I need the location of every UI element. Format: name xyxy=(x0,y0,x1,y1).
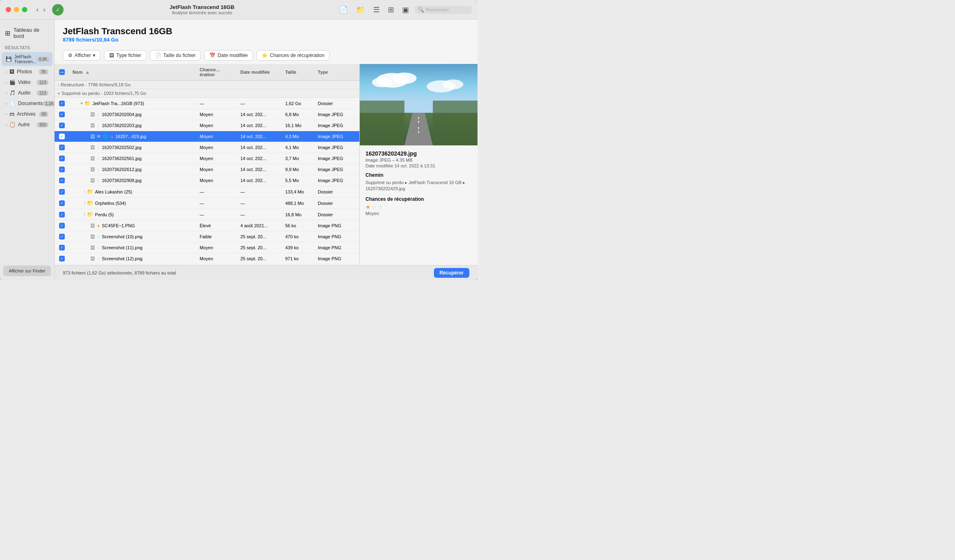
sidebar-item-jetflash[interactable]: 💾 JetFlash Transcen... 8,8K xyxy=(2,52,53,66)
row-check[interactable]: ✓ xyxy=(55,121,69,130)
minimize-button[interactable] xyxy=(14,7,19,12)
checkbox[interactable]: ✓ xyxy=(59,145,65,150)
star-filled-icon[interactable]: ★ xyxy=(97,224,100,228)
taille-button[interactable]: 📄 Taille du fichier xyxy=(150,50,201,61)
row-name-text: 1620736202612.jpg xyxy=(102,167,141,172)
star-icon[interactable]: ☆ xyxy=(97,112,100,117)
group-supprime[interactable]: ▾ Supprimé ou perdu - 1003 fichiers/1,75… xyxy=(55,89,359,98)
finder-button[interactable]: Afficher sur Finder xyxy=(3,266,51,276)
star-icon[interactable]: ☆ xyxy=(97,156,100,161)
group-restructure[interactable]: › Restructuré - 7786 fichiers/9,18 Go xyxy=(55,81,359,89)
star-icon[interactable]: ☆ xyxy=(97,167,100,172)
row-check[interactable]: ✓ xyxy=(55,99,69,108)
sidebar-item-archives[interactable]: › 🗃 Archives 90 xyxy=(2,109,53,119)
checkbox[interactable]: ✓ xyxy=(59,245,65,250)
checkbox[interactable]: ✓ xyxy=(59,156,65,161)
table-row[interactable]: ✓ 🖼 ☆ 1620736202908.jpg Moyen 14 oct. 20… xyxy=(55,175,359,186)
star-icon[interactable]: ☆ xyxy=(97,235,100,239)
header-chance[interactable]: Chance…ération xyxy=(196,66,237,79)
checkbox[interactable]: ✓ xyxy=(59,134,65,139)
row-check[interactable]: ✓ xyxy=(55,143,69,152)
checkbox[interactable]: ✓ xyxy=(59,200,65,206)
sidebar-item-audio[interactable]: › 🎵 Audio 113 xyxy=(2,88,53,98)
close-button[interactable] xyxy=(6,7,11,12)
star-icon[interactable]: ☆ xyxy=(97,246,100,250)
table-row[interactable]: ✓ 🖼 ☆ 1620736202502.jpg Moyen 14 oct. 20… xyxy=(55,142,359,153)
expand-icon[interactable]: ▾ xyxy=(81,101,83,105)
table-row-selected[interactable]: ✓ 🖼 👁 🌐 ☆ 16207...429.jpg Moyen 14 oct. … xyxy=(55,131,359,142)
star-icon[interactable]: ☆ xyxy=(110,134,114,139)
sidebar-dashboard[interactable]: ⊞ Tableau de bord xyxy=(0,24,54,42)
sidebar-item-autre[interactable]: › 📋 Autre 350 xyxy=(2,120,53,130)
header-type[interactable]: Type xyxy=(315,68,359,76)
row-check[interactable]: ✓ xyxy=(55,255,69,263)
table-row[interactable]: ✓ ▾ 📁 JetFlash Tra...16GB (973) — — 1,62… xyxy=(55,98,359,109)
checkbox[interactable]: ✓ xyxy=(59,123,65,128)
afficher-button[interactable]: ⚙ Afficher ▾ xyxy=(63,50,101,61)
star-icon[interactable]: ☆ xyxy=(97,145,100,150)
header-date[interactable]: Date modifiée xyxy=(237,68,282,76)
star-icon[interactable]: ☆ xyxy=(97,123,100,128)
checkbox[interactable]: ✓ xyxy=(59,223,65,228)
eye-icon[interactable]: 👁 xyxy=(97,134,101,139)
row-check[interactable]: ✓ xyxy=(55,165,69,173)
row-check[interactable]: ✓ xyxy=(55,176,69,184)
table-row[interactable]: ✓ › 📁 Perdu (5) — — 16,8 Mo Dossier xyxy=(55,209,359,220)
star-icon[interactable]: ☆ xyxy=(97,257,100,261)
table-row[interactable]: ✓ 🖼 ☆ 1620736202561.jpg Moyen 14 oct. 20… xyxy=(55,153,359,164)
table-row[interactable]: ✓ 🖼 ☆ Screenshot (10).png Faible 25 sept… xyxy=(55,231,359,242)
recover-button[interactable]: Récupérer xyxy=(434,268,469,278)
checkbox[interactable]: ✓ xyxy=(59,234,65,239)
header-name[interactable]: Nom ▲ xyxy=(69,68,196,76)
header-size[interactable]: Taille xyxy=(282,68,315,76)
back-button[interactable]: ‹ xyxy=(34,4,41,15)
table-row[interactable]: ✓ 🖼 ☆ 1620736202203.jpg Moyen 14 oct. 20… xyxy=(55,120,359,131)
group-expand-supprime[interactable]: ▾ xyxy=(58,91,60,96)
row-check[interactable]: ✓ xyxy=(55,222,69,230)
forward-button[interactable]: › xyxy=(41,4,48,15)
grid-view-icon[interactable]: ⊞ xyxy=(385,4,396,16)
row-check[interactable]: ✓ xyxy=(55,188,69,196)
checkbox[interactable]: ✓ xyxy=(59,256,65,261)
sidebar-item-video[interactable]: › 🎬 Vidéo 113 xyxy=(2,77,53,87)
checkbox[interactable]: ✓ xyxy=(59,178,65,183)
select-all-checkbox[interactable]: — xyxy=(59,69,65,75)
table-row[interactable]: ✓ 🖼 ☆ Screenshot (12).png Moyen 25 sept.… xyxy=(55,253,359,264)
group-expand-restructure[interactable]: › xyxy=(58,83,59,87)
sidebar-item-photos[interactable]: › 🖼 Photos 7K xyxy=(2,67,53,77)
chances-button[interactable]: ⭐ Chances de récupération xyxy=(256,50,330,61)
table-row[interactable]: ✓ 🖼 ☆ 1620736202004.jpg Moyen 14 oct. 20… xyxy=(55,109,359,120)
search-bar[interactable]: 🔍 Rechercher xyxy=(415,6,472,14)
row-check[interactable]: ✓ xyxy=(55,132,69,141)
sidebar-item-documents[interactable]: › 📄 Documents 1,1K xyxy=(2,99,53,108)
table-row[interactable]: ✓ 🖼 ☆ Screenshot (11).png Moyen 25 sept.… xyxy=(55,242,359,253)
new-file-icon[interactable]: 📄 xyxy=(337,4,350,16)
row-check[interactable]: ✓ xyxy=(55,244,69,252)
row-check[interactable]: ✓ xyxy=(55,154,69,163)
type-fichier-button[interactable]: 🖼 Type fichier xyxy=(104,50,146,61)
table-row[interactable]: ✓ 🖼 ☆ 1620736202612.jpg Moyen 14 oct. 20… xyxy=(55,164,359,175)
checkbox[interactable]: ✓ xyxy=(59,167,65,172)
row-check[interactable]: ✓ xyxy=(55,199,69,207)
folder-icon[interactable]: 📁 xyxy=(354,4,367,16)
expand-icon[interactable]: › xyxy=(84,189,85,194)
row-check[interactable]: ✓ xyxy=(55,211,69,219)
chances-label: Chances de récupération xyxy=(270,53,324,58)
globe-icon[interactable]: 🌐 xyxy=(103,134,108,139)
maximize-button[interactable] xyxy=(22,7,27,12)
table-row[interactable]: ✓ › 📁 Orphelins (534) — — 488,1 Mo Dossi… xyxy=(55,198,359,209)
checkbox[interactable]: ✓ xyxy=(59,101,65,106)
star-icon[interactable]: ☆ xyxy=(97,178,100,183)
checkbox[interactable]: ✓ xyxy=(59,112,65,117)
expand-icon[interactable]: › xyxy=(84,201,85,205)
table-row[interactable]: ✓ 🖼 ★ SC45FE~1.PNG Élevé 4 août 2021... … xyxy=(55,220,359,231)
checkbox[interactable]: ✓ xyxy=(59,212,65,217)
sidebar-toggle-icon[interactable]: ▣ xyxy=(400,4,411,16)
table-row[interactable]: ✓ › 📁 Alex Lukashin (25) — — 133,4 Mo Do… xyxy=(55,186,359,198)
row-check[interactable]: ✓ xyxy=(55,233,69,241)
checkbox[interactable]: ✓ xyxy=(59,189,65,195)
expand-icon[interactable]: › xyxy=(84,212,85,217)
list-view-icon[interactable]: ☰ xyxy=(371,4,382,16)
row-check[interactable]: ✓ xyxy=(55,110,69,119)
date-button[interactable]: 📅 Date modifiée xyxy=(204,50,253,61)
